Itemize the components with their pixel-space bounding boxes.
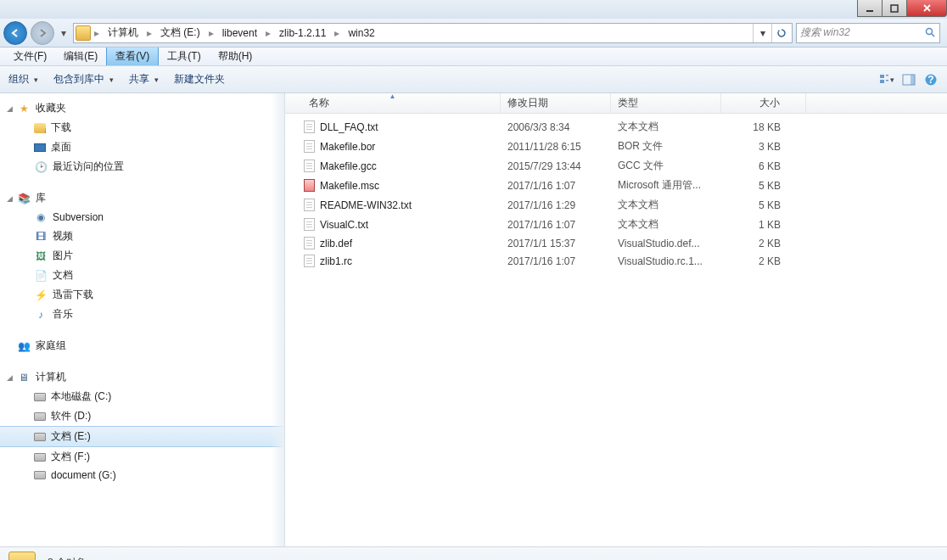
libraries-icon: 📚 <box>17 192 31 205</box>
pictures-icon: 🖼 <box>34 249 48 263</box>
main-area: ◢★收藏夹 下载 桌面 🕑最近访问的位置 ◢📚库 ◉Subversion 🎞视频… <box>0 93 947 546</box>
menu-help[interactable]: 帮助(H) <box>210 48 261 65</box>
breadcrumb-separator[interactable]: ▸ <box>92 27 101 39</box>
new-folder-button[interactable]: 新建文件夹 <box>174 72 225 87</box>
search-placeholder: 搜索 win32 <box>800 25 850 40</box>
breadcrumb-separator[interactable]: ▸ <box>264 27 272 39</box>
tree-libraries[interactable]: ◢📚库 <box>0 188 284 208</box>
tree-desktop[interactable]: 桌面 <box>0 137 284 157</box>
file-row[interactable]: Makefile.gcc2015/7/29 13:44GCC 文件6 KB <box>285 156 947 176</box>
tree-downloads[interactable]: 下载 <box>0 118 284 137</box>
column-date[interactable]: 修改日期 <box>501 93 611 113</box>
file-icon <box>304 237 315 249</box>
svg-rect-0 <box>866 10 873 12</box>
status-bar: 8 个对象 <box>0 546 947 560</box>
share-button[interactable]: 共享 <box>129 72 159 87</box>
help-button[interactable]: ? <box>923 72 939 87</box>
file-row[interactable]: DLL_FAQ.txt2006/3/3 8:34文本文档18 KB <box>285 117 947 137</box>
column-headers: ▲名称 修改日期 类型 大小 <box>285 93 947 114</box>
file-type: BOR 文件 <box>611 138 721 154</box>
file-size: 2 KB <box>721 255 806 268</box>
tree-computer[interactable]: ◢🖥计算机 <box>0 367 284 387</box>
file-row[interactable]: Makefile.bor2011/11/28 6:15BOR 文件3 KB <box>285 137 947 156</box>
tree-drive-g[interactable]: document (G:) <box>0 467 284 484</box>
computer-icon: 🖥 <box>17 371 31 384</box>
file-row[interactable]: VisualC.txt2017/1/16 1:07文本文档1 KB <box>285 215 947 234</box>
window-titlebar <box>0 0 947 19</box>
include-library-button[interactable]: 包含到库中 <box>53 72 114 87</box>
breadcrumb-separator[interactable]: ▸ <box>145 27 154 39</box>
file-name: zlib.def <box>320 238 352 249</box>
menu-tools[interactable]: 工具(T) <box>159 48 209 65</box>
back-button[interactable] <box>3 21 27 45</box>
breadcrumb-separator[interactable]: ▸ <box>207 27 216 39</box>
breadcrumb-item[interactable]: libevent <box>217 25 262 41</box>
tree-drive-d[interactable]: 软件 (D:) <box>0 406 284 426</box>
downloads-icon <box>34 123 46 133</box>
recent-icon: 🕑 <box>34 160 48 174</box>
refresh-button[interactable] <box>771 24 790 42</box>
file-icon <box>304 218 315 231</box>
close-button[interactable] <box>906 0 947 17</box>
tree-homegroup[interactable]: 👥家庭组 <box>0 336 284 356</box>
file-type: 文本文档 <box>611 197 721 213</box>
file-type: GCC 文件 <box>611 158 721 174</box>
navigation-pane[interactable]: ◢★收藏夹 下载 桌面 🕑最近访问的位置 ◢📚库 ◉Subversion 🎞视频… <box>0 93 285 546</box>
minimize-button[interactable] <box>857 0 883 17</box>
file-icon <box>304 140 315 153</box>
tree-drive-f[interactable]: 文档 (F:) <box>0 447 284 467</box>
file-date: 2017/1/16 1:07 <box>501 255 611 268</box>
file-date: 2015/7/29 13:44 <box>501 160 611 173</box>
file-row[interactable]: zlib1.rc2017/1/16 1:07VisualStudio.rc.1.… <box>285 252 947 270</box>
file-type: VisualStudio.rc.1... <box>611 255 721 268</box>
tree-thunder[interactable]: ⚡迅雷下载 <box>0 285 284 305</box>
collapse-icon[interactable]: ◢ <box>5 373 14 382</box>
forward-button[interactable] <box>31 21 54 45</box>
svg-rect-3 <box>880 75 884 78</box>
menu-view[interactable]: 查看(V) <box>106 48 159 65</box>
menu-file[interactable]: 文件(F) <box>5 48 55 65</box>
column-type[interactable]: 类型 <box>611 93 721 113</box>
file-size: 1 KB <box>721 218 806 232</box>
file-rows[interactable]: DLL_FAQ.txt2006/3/3 8:34文本文档18 KBMakefil… <box>285 114 947 546</box>
tree-documents[interactable]: 📄文档 <box>0 266 284 285</box>
breadcrumb-item[interactable]: zlib-1.2.11 <box>274 25 331 41</box>
tree-videos[interactable]: 🎞视频 <box>0 227 284 246</box>
file-list-pane: ▲名称 修改日期 类型 大小 DLL_FAQ.txt2006/3/3 8:34文… <box>285 93 947 546</box>
column-name[interactable]: ▲名称 <box>285 93 501 113</box>
file-row[interactable]: Makefile.msc2017/1/16 1:07Microsoft 通用管.… <box>285 176 947 195</box>
tree-favorites[interactable]: ◢★收藏夹 <box>0 98 284 118</box>
file-type: Microsoft 通用管... <box>611 177 721 193</box>
collapse-icon[interactable]: ◢ <box>5 194 14 203</box>
history-dropdown[interactable]: ▾ <box>58 21 70 45</box>
file-row[interactable]: zlib.def2017/1/1 15:37VisualStudio.def..… <box>285 234 947 252</box>
tree-music[interactable]: ♪音乐 <box>0 305 284 324</box>
breadcrumb-item[interactable]: 计算机 <box>103 24 143 42</box>
breadcrumb-separator[interactable]: ▸ <box>333 27 341 39</box>
file-size: 5 KB <box>721 199 806 212</box>
file-date: 2011/11/28 6:15 <box>501 140 611 154</box>
column-size[interactable]: 大小 <box>721 93 806 113</box>
menu-bar: 文件(F) 编辑(E) 查看(V) 工具(T) 帮助(H) <box>0 48 947 66</box>
file-name: Makefile.gcc <box>320 160 377 172</box>
collapse-icon[interactable]: ◢ <box>5 104 14 113</box>
tree-drive-c[interactable]: 本地磁盘 (C:) <box>0 387 284 406</box>
file-row[interactable]: README-WIN32.txt2017/1/16 1:29文本文档5 KB <box>285 195 947 215</box>
file-type: 文本文档 <box>611 216 721 232</box>
search-box[interactable]: 搜索 win32 <box>796 23 940 43</box>
maximize-button[interactable] <box>882 0 907 17</box>
tree-subversion[interactable]: ◉Subversion <box>0 208 284 227</box>
file-size: 2 KB <box>721 237 806 250</box>
breadcrumb-item[interactable]: win32 <box>343 25 379 41</box>
view-options-button[interactable]: ▾ <box>879 72 894 87</box>
address-bar[interactable]: ▸ 计算机 ▸ 文档 (E:) ▸ libevent ▸ zlib-1.2.11… <box>73 23 793 43</box>
breadcrumb-item[interactable]: 文档 (E:) <box>155 24 205 42</box>
tree-drive-e[interactable]: 文档 (E:) <box>0 426 284 447</box>
preview-pane-button[interactable] <box>901 72 916 87</box>
tree-pictures[interactable]: 🖼图片 <box>0 246 284 266</box>
tree-recent[interactable]: 🕑最近访问的位置 <box>0 157 284 176</box>
organize-button[interactable]: 组织 <box>8 72 38 87</box>
file-icon <box>304 160 315 172</box>
menu-edit[interactable]: 编辑(E) <box>55 48 106 65</box>
address-dropdown[interactable]: ▾ <box>753 24 771 42</box>
